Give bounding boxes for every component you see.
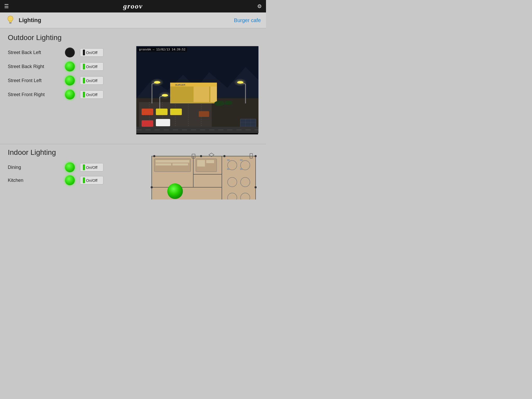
control-row-street-front-left: Street Front Left On/Off: [8, 74, 131, 87]
svg-point-76: [223, 155, 225, 157]
street-back-left-label: Street Back Left: [8, 50, 60, 55]
gear-icon[interactable]: ⚙: [257, 3, 262, 9]
kitchen-btn-label: On/Off: [86, 178, 97, 183]
dining-indicator: [65, 162, 75, 172]
kitchen-button[interactable]: On/Off: [80, 176, 103, 184]
svg-rect-39: [156, 119, 170, 126]
dining-label: Dining: [8, 165, 60, 170]
cafe-link[interactable]: Burger cafe: [234, 17, 261, 23]
svg-rect-37: [170, 109, 182, 115]
lightbulb-icon: [5, 15, 16, 25]
svg-point-83: [167, 183, 183, 199]
svg-rect-68: [156, 160, 189, 163]
header-row: Lighting Burger cafe: [0, 12, 266, 28]
svg-point-77: [255, 155, 257, 157]
svg-line-4: [8, 16, 8, 17]
street-front-right-indicator: [65, 90, 75, 99]
svg-point-0: [8, 16, 13, 21]
svg-rect-36: [156, 109, 168, 115]
indoor-section: Indoor Lighting Dining On/Off Kitchen On…: [0, 148, 266, 200]
camera-box: groovbk – 13/02/13 14:39:52: [136, 46, 258, 135]
street-front-left-label: Street Front Left: [8, 78, 60, 83]
street-front-left-btn-indicator: [83, 78, 85, 83]
svg-point-30: [234, 78, 247, 86]
svg-rect-2: [9, 23, 11, 23]
svg-rect-73: [206, 160, 214, 163]
indoor-section-title: Indoor Lighting: [8, 148, 144, 157]
topbar: ☰ groov ⚙: [0, 0, 266, 12]
svg-rect-63: [227, 159, 230, 161]
svg-point-46: [214, 101, 225, 106]
kitchen-label: Kitchen: [8, 178, 60, 183]
kitchen-indicator: [65, 175, 75, 185]
floor-plan-svg: [149, 148, 258, 200]
svg-rect-65: [227, 168, 230, 170]
section-divider: [0, 144, 266, 144]
camera-timestamp: groovbk – 13/02/13 14:39:52: [137, 47, 187, 52]
street-back-right-label: Street Back Right: [8, 64, 60, 69]
svg-rect-64: [240, 159, 243, 161]
street-front-left-btn-label: On/Off: [86, 78, 97, 83]
street-back-right-button[interactable]: On/Off: [80, 62, 103, 71]
svg-point-74: [153, 155, 155, 157]
page-title: Lighting: [19, 17, 41, 24]
svg-rect-38: [142, 120, 153, 127]
svg-point-78: [151, 186, 153, 188]
dining-btn-label: On/Off: [86, 165, 97, 170]
outdoor-section-body: Street Back Left On/Off Street Back Righ…: [8, 46, 258, 135]
svg-point-34: [158, 91, 171, 99]
dining-button[interactable]: On/Off: [80, 163, 103, 171]
outdoor-section-title: Outdoor Lighting: [8, 34, 258, 42]
control-row-street-front-right: Street Front Right On/Off: [8, 88, 131, 101]
svg-rect-1: [9, 22, 11, 23]
hamburger-icon[interactable]: ☰: [4, 3, 9, 9]
svg-point-75: [200, 155, 202, 157]
street-back-right-btn-indicator: [83, 64, 85, 69]
camera-feed: groovbk – 13/02/13 14:39:52: [136, 46, 258, 135]
control-row-kitchen: Kitchen On/Off: [8, 174, 144, 187]
svg-text:BURGER: BURGER: [175, 84, 185, 86]
svg-point-47: [225, 101, 232, 105]
app-logo: groov: [123, 2, 143, 10]
indoor-controls: Indoor Lighting Dining On/Off Kitchen On…: [8, 148, 144, 200]
street-front-left-indicator: [65, 76, 75, 85]
control-row-street-back-left: Street Back Left On/Off: [8, 46, 131, 59]
street-front-right-button[interactable]: On/Off: [80, 90, 103, 99]
street-front-right-btn-label: On/Off: [86, 92, 97, 97]
outdoor-controls-list: Street Back Left On/Off Street Back Righ…: [8, 46, 131, 135]
kitchen-btn-indicator: [83, 177, 85, 183]
street-front-right-btn-indicator: [83, 92, 85, 97]
floor-plan: [149, 148, 258, 200]
svg-rect-70: [172, 163, 188, 165]
svg-rect-40: [199, 111, 209, 117]
control-row-dining: Dining On/Off: [8, 161, 144, 174]
camera-scene: BURGER: [136, 46, 258, 133]
svg-point-26: [151, 78, 164, 86]
outdoor-section: Outdoor Lighting Street Back Left On/Off…: [0, 28, 266, 140]
street-front-left-button[interactable]: On/Off: [80, 76, 103, 85]
street-back-right-indicator: [65, 62, 75, 71]
svg-rect-69: [156, 163, 171, 165]
street-back-left-btn-indicator: [83, 50, 85, 55]
street-back-left-indicator: [65, 48, 75, 57]
street-back-left-button[interactable]: On/Off: [80, 48, 103, 57]
street-front-right-label: Street Front Right: [8, 92, 60, 97]
dining-btn-indicator: [83, 164, 85, 170]
svg-rect-35: [142, 109, 153, 115]
svg-line-5: [13, 16, 14, 17]
svg-rect-21: [210, 87, 217, 102]
svg-rect-72: [197, 160, 205, 167]
street-back-left-btn-label: On/Off: [86, 50, 97, 55]
control-row-street-back-right: Street Back Right On/Off: [8, 60, 131, 73]
street-back-right-btn-label: On/Off: [86, 64, 97, 69]
svg-rect-66: [240, 168, 243, 170]
svg-point-79: [255, 186, 257, 188]
svg-rect-22: [194, 87, 209, 102]
